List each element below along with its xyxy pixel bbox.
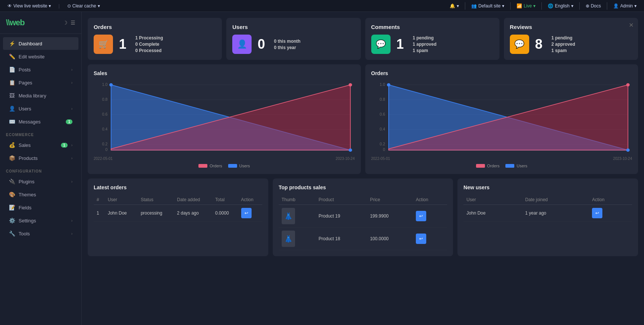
orders-x-end-label: 2023-10-24 <box>613 157 632 161</box>
sidebar-item-label: Pages <box>19 80 68 86</box>
dropdown-arrow: ▾ <box>49 3 51 9</box>
view-product-btn[interactable]: ↩ <box>416 211 426 221</box>
clear-cache-label: Clear cache <box>72 3 96 9</box>
comments-details: 1 pending 1 approved 1 spam <box>413 35 437 53</box>
logo-icons[interactable]: ☽ ☰ <box>63 20 75 26</box>
view-user-btn[interactable]: ↩ <box>592 208 602 218</box>
latest-orders-title: Latest orders <box>94 184 262 190</box>
reviews-card-title: Reviews <box>510 24 632 30</box>
logo: \\web <box>6 18 25 28</box>
legend-orders-color <box>198 164 207 168</box>
col-action: Action <box>238 195 262 205</box>
comments-spam: 1 spam <box>413 48 437 53</box>
sidebar-item-sales[interactable]: 💰 Sales 1 › <box>3 139 78 151</box>
new-users-thead: User Date joined Action <box>463 195 632 205</box>
product-price: 100.0000 <box>367 228 413 250</box>
sidebar-item-messages[interactable]: ✉️ Messages 1 <box>3 115 78 128</box>
fields-icon: 📝 <box>9 205 15 210</box>
docs-btn[interactable]: ⊕ Docs <box>583 2 604 10</box>
reviews-close-btn[interactable]: ✕ <box>629 22 634 29</box>
orders-number: 1 <box>119 36 126 52</box>
sidebar-item-settings[interactable]: ⚙️ Settings › <box>3 214 78 227</box>
theme-toggle-icon[interactable]: ☽ <box>63 20 68 26</box>
product-thumb-cell: 👗 <box>279 228 316 250</box>
view-order-btn[interactable]: ↩ <box>241 208 252 218</box>
english-label: English <box>555 3 569 9</box>
reviews-card-body: 💬 8 1 pending 2 approved 1 spam <box>510 35 632 54</box>
main-content: Orders 🛒 1 1 Processing 0 Complete 0 Pro… <box>82 12 644 325</box>
sidebar-item-products[interactable]: 📦 Products › <box>3 152 78 164</box>
new-users-title: New users <box>463 184 632 190</box>
menu-icon[interactable]: ☰ <box>71 20 75 26</box>
sidebar-item-tools[interactable]: 🔧 Tools › <box>3 227 78 240</box>
sales-chart-card: Sales 1.0 0.8 0.6 0.4 0.2 <box>88 64 361 174</box>
orders-icon: 🛒 <box>94 35 113 54</box>
col-date: Date added <box>174 195 212 205</box>
users-this-month: 0 this month <box>274 39 300 44</box>
clear-cache-btn[interactable]: ⊙ Clear cache ▾ <box>64 2 103 10</box>
view-live-btn[interactable]: 👁 View live website ▾ <box>4 2 54 10</box>
sidebar-item-posts[interactable]: 📄 Posts › <box>3 63 78 76</box>
view-product-btn[interactable]: ↩ <box>416 234 426 244</box>
sidebar-item-media-library[interactable]: 🖼 Media library <box>3 89 78 102</box>
svg-text:0.6: 0.6 <box>102 113 108 117</box>
sidebar-item-users[interactable]: 👤 Users › <box>3 102 78 115</box>
media-icon: 🖼 <box>9 93 15 99</box>
admin-btn[interactable]: 👤 Admin ▾ <box>610 2 640 10</box>
legend-orders: Orders <box>198 164 222 168</box>
sidebar-item-label: Users <box>19 106 68 112</box>
chevron-right-icon: › <box>71 107 72 111</box>
col-date-joined: Date joined <box>522 195 589 205</box>
topbar-separator-1: | <box>58 3 59 9</box>
divider-3 <box>541 2 542 10</box>
sidebar-item-edit-website[interactable]: ✏️ Edit website <box>3 50 78 63</box>
sidebar-item-pages[interactable]: 📋 Pages › <box>3 76 78 89</box>
product-action: ↩ <box>413 228 447 250</box>
topbar: 👁 View live website ▾ | ⊙ Clear cache ▾ … <box>0 0 644 12</box>
sales-chart-legend: Orders Users <box>94 164 355 168</box>
notification-btn[interactable]: 🔔 ▾ <box>447 2 462 10</box>
sidebar-item-dashboard[interactable]: ⚡ Dashboard <box>3 37 78 50</box>
svg-text:0: 0 <box>106 148 108 152</box>
pages-icon: 📋 <box>9 80 15 86</box>
sales-chart-svg: 1.0 0.8 0.6 0.4 0.2 0 <box>94 81 355 155</box>
sidebar-item-plugins[interactable]: 🔌 Plugins › <box>3 175 78 188</box>
sidebar-item-label: Themes <box>19 192 72 197</box>
product-name: Product 18 <box>315 228 367 250</box>
divider-5 <box>607 2 607 10</box>
default-site-btn[interactable]: 👥 Default site ▾ <box>468 2 507 10</box>
users-details: 0 this month 0 this year <box>274 39 300 50</box>
clear-cache-arrow: ▾ <box>98 3 100 9</box>
divider-2 <box>510 2 511 10</box>
top-products-tbody: 👗 Product 19 199.9900 ↩ 👗 <box>279 205 447 250</box>
reviews-approved: 2 approved <box>551 42 575 47</box>
orders-legend-orders-label: Orders <box>487 164 500 168</box>
admin-icon: 👤 <box>613 3 619 9</box>
bell-icon: 🔔 <box>450 3 455 9</box>
comments-approved: 1 approved <box>413 42 437 47</box>
table-row: John Doe 1 year ago ↩ <box>463 205 632 222</box>
english-btn[interactable]: 🌐 English ▾ <box>545 2 576 10</box>
new-users-table: User Date joined Action John Doe 1 year … <box>463 195 632 222</box>
refresh-icon: ⊙ <box>67 3 71 9</box>
orders-legend-users-color <box>505 164 514 168</box>
sidebar-item-themes[interactable]: 🎨 Themes <box>3 188 78 201</box>
svg-text:1.0: 1.0 <box>102 83 108 87</box>
orders-processed: 0 Processed <box>135 48 163 53</box>
new-user-name: John Doe <box>463 205 522 222</box>
svg-text:0.2: 0.2 <box>379 142 385 147</box>
live-arrow: ▾ <box>533 3 535 9</box>
legend-users: Users <box>228 164 250 168</box>
live-btn[interactable]: 📶 Live ▾ <box>514 2 538 10</box>
latest-orders-tbody: 1 John Doe processing 2 days ago 0.0000 … <box>94 205 262 222</box>
comments-pending: 1 pending <box>413 35 437 41</box>
new-user-date: 1 year ago <box>522 205 589 222</box>
legend-users-label: Users <box>239 164 250 168</box>
top-products-title: Top products sales <box>279 184 447 190</box>
orders-legend-orders-color <box>476 164 485 168</box>
sidebar-item-label: Plugins <box>19 179 68 184</box>
sidebar-item-fields[interactable]: 📝 Fields <box>3 201 78 214</box>
svg-text:0.4: 0.4 <box>379 128 385 132</box>
site-arrow: ▾ <box>502 3 504 9</box>
product-name: Product 19 <box>315 205 367 228</box>
